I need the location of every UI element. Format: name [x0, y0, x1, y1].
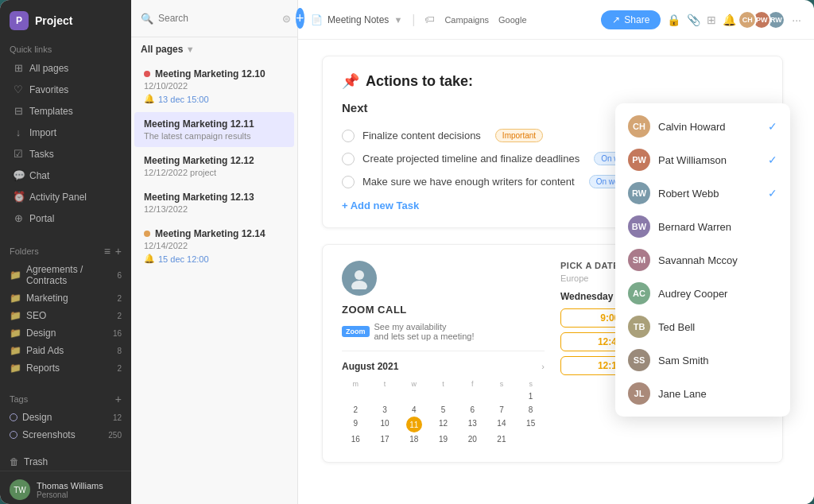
sidebar-item-activity[interactable]: ⏰ Activity Panel [3, 187, 128, 207]
main-content: 📄 Meeting Notes ▼ | 🏷 Campaigns Google ↗… [298, 0, 814, 504]
page-title: Meeting Marketing 12.12 [144, 155, 285, 166]
folder-design[interactable]: 📁 Design 16 [0, 324, 131, 342]
tag-count: 250 [108, 431, 122, 440]
page-title: Meeting Marketing 12.13 [144, 192, 285, 203]
trash-item[interactable]: 🗑 Trash [0, 453, 131, 471]
folder-seo[interactable]: 📁 SEO 2 [0, 307, 131, 324]
user-name: Bernard Warren [658, 221, 731, 233]
page-item-1210[interactable]: Meeting Marketing 12.10 12/10/2022 🔔 13 … [134, 62, 294, 110]
zoom-description: See my availability and lets set up a me… [374, 322, 475, 341]
folder-paid-ads[interactable]: 📁 Paid Ads 8 [0, 342, 131, 359]
actions-title: 📌 Actions to take: [342, 72, 763, 90]
task-text: Make sure we have enough writers for con… [362, 176, 575, 188]
calendar: August 2021 › m t w t f s s [342, 361, 545, 446]
dropdown-user-bernard[interactable]: BW Bernard Warren [615, 210, 790, 243]
task-checkbox[interactable] [342, 130, 355, 142]
grid-icon[interactable]: ⊞ [707, 14, 716, 26]
page-date-badge: 🔔 13 dec 15:00 [144, 94, 285, 104]
sidebar-item-label: Favorites [29, 84, 68, 95]
portal-icon: ⊕ [13, 212, 24, 224]
tag-count: 12 [113, 413, 122, 422]
new-folder-icon[interactable]: + [115, 245, 122, 258]
search-input[interactable] [158, 13, 277, 24]
dropdown-user-savannah[interactable]: SM Savannah Mccoy [615, 243, 790, 277]
sidebar-item-tasks[interactable]: ☑ Tasks [3, 144, 128, 164]
cal-nav[interactable]: › [541, 362, 545, 371]
user-avatar: CH [628, 115, 650, 138]
user-name: Calvin Howard [658, 121, 726, 133]
folder-reports[interactable]: 📁 Reports 2 [0, 359, 131, 377]
dropdown-user-audrey[interactable]: AC Audrey Cooper [615, 277, 790, 310]
folder-icon: 📁 [10, 345, 21, 356]
sidebar-item-label: Chat [29, 170, 49, 181]
more-icon[interactable]: ··· [792, 14, 801, 26]
dropdown-user-pat[interactable]: PW Pat Williamson ✓ [615, 143, 790, 176]
page-item-1211[interactable]: Meeting Marketing 12.11 The latest campa… [134, 112, 294, 147]
attachment-icon[interactable]: 📎 [687, 14, 700, 26]
folder-label: SEO [26, 310, 46, 321]
user-name: Pat Williamson [658, 154, 727, 166]
avatar-group: CH PW RW [742, 10, 785, 29]
page-title: Meeting Marketing 12.10 [144, 68, 285, 79]
top-bar-right: ↗ Share 🔒 📎 ⊞ 🔔 CH PW RW ··· [601, 10, 801, 29]
user-avatar: SM [628, 249, 650, 271]
add-folder-icon[interactable]: ≡ [104, 245, 110, 258]
bell-icon: 🔔 [144, 254, 155, 264]
cal-day-headers: m t w t f s s [342, 378, 545, 390]
page-date: 12/10/2022 [144, 81, 285, 91]
user-name: Savannah Mccoy [658, 254, 738, 266]
page-date-badge: 🔔 15 dec 12:00 [144, 254, 285, 264]
cal-month: August 2021 [342, 361, 398, 372]
zoom-title: ZOOM CALL [342, 304, 545, 316]
share-button[interactable]: ↗ Share [601, 10, 661, 29]
folder-icon: 📁 [10, 269, 21, 281]
sidebar-item-label: Tasks [29, 149, 54, 160]
search-icon: 🔍 [141, 13, 153, 25]
dropdown-user-robert[interactable]: RW Robert Webb ✓ [615, 176, 790, 210]
folder-agreements[interactable]: 📁 Agreements / Contracts 6 [0, 261, 131, 289]
page-item-1212[interactable]: Meeting Marketing 12.12 12/12/2022 proje… [134, 149, 294, 184]
user-name: Jane Lane [658, 388, 707, 400]
user-avatar: PW [628, 149, 650, 171]
sidebar-item-import[interactable]: ↓ Import [3, 122, 128, 142]
user-profile[interactable]: TW Thomas Williams Personal [0, 471, 131, 504]
breadcrumb-sep: | [412, 13, 415, 27]
user-info: Thomas Williams Personal [37, 481, 103, 499]
sidebar-item-chat[interactable]: 💬 Chat [3, 165, 128, 185]
tag-google[interactable]: Google [498, 15, 526, 25]
top-bar: 📄 Meeting Notes ▼ | 🏷 Campaigns Google ↗… [298, 0, 814, 40]
lock-icon[interactable]: 🔒 [667, 14, 680, 26]
trash-label: Trash [24, 456, 48, 467]
page-item-1214[interactable]: Meeting Marketing 12.14 12/14/2022 🔔 15 … [134, 222, 294, 270]
sidebar-item-all-pages[interactable]: ⊞ All pages [3, 58, 128, 78]
folder-marketing[interactable]: 📁 Marketing 2 [0, 289, 131, 307]
user-avatar: TW [10, 479, 30, 500]
sidebar-item-favorites[interactable]: ♡ Favorites [3, 79, 128, 99]
tag-screenshots[interactable]: Screenshots 250 [0, 426, 131, 444]
dropdown-user-sam[interactable]: SS Sam Smith [615, 343, 790, 377]
folder-badge: 8 [117, 347, 122, 355]
folder-label: Paid Ads [26, 345, 64, 356]
zoom-sub-row: Zoom See my availability and lets set up… [342, 322, 545, 341]
folders-label: Folders ≡ + [0, 238, 131, 261]
tag-design[interactable]: Design 12 [0, 409, 131, 426]
sidebar-header: P Project [0, 0, 131, 38]
page-item-1213[interactable]: Meeting Marketing 12.13 12/13/2022 [134, 185, 294, 220]
sidebar-item-templates[interactable]: ⊟ Templates [3, 101, 128, 121]
check-icon: ✓ [768, 187, 777, 200]
cal-week-4: 161718192021- [342, 432, 545, 446]
folder-icon: 📁 [10, 310, 21, 321]
filter-icon[interactable]: ⊜ [282, 13, 291, 25]
dropdown-user-ted[interactable]: TB Ted Bell [615, 310, 790, 343]
task-checkbox[interactable] [342, 153, 355, 165]
zoom-left: ZOOM CALL Zoom See my availability and l… [342, 261, 545, 446]
tag-campaigns[interactable]: Campaigns [444, 15, 489, 25]
add-tag-icon[interactable]: + [115, 393, 122, 405]
page-title: Meeting Marketing 12.14 [144, 228, 285, 239]
sidebar-item-portal[interactable]: ⊕ Portal [3, 208, 128, 228]
tag-icon: 🏷 [424, 14, 435, 25]
task-checkbox[interactable] [342, 176, 355, 188]
bell-icon[interactable]: 🔔 [723, 14, 736, 26]
dropdown-user-jane[interactable]: JL Jane Lane [615, 377, 790, 410]
dropdown-user-calvin[interactable]: CH Calvin Howard ✓ [615, 110, 790, 143]
